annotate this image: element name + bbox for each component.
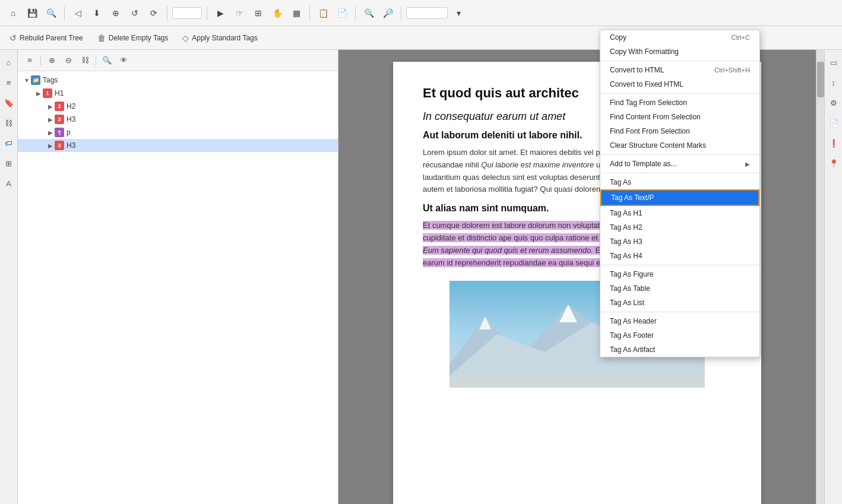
table-icon[interactable]: ▦ [288,5,305,21]
forward-icon[interactable]: ⊕ [107,5,124,21]
menu-item-copy-formatting[interactable]: Copy With Formatting [600,45,759,59]
p1-italic: Qui laborie est maxime inventore [481,160,594,169]
tags-panel: ≡ ⊕ ⊖ ⛓ 🔍 👁 ▼ 📁 Tags ▶ 1 H1 [18,50,338,504]
search-tag-icon[interactable]: 🔍 [100,53,114,68]
menu-item-tag-as-footer[interactable]: Tag As Footer [600,328,759,343]
menu-separator-6 [600,312,759,312]
menu-find-font-label: Find Font From Selection [610,127,690,135]
tag-item-h1[interactable]: ▶ 1 H1 [18,87,338,100]
scrollbar-track[interactable] [816,50,824,504]
right-nav-icon-4[interactable]: 📄 [826,115,841,131]
right-nav-icon-3[interactable]: ⚙ [826,95,841,110]
menu-item-tag-as-header[interactable]: Tag As Header [600,314,759,328]
zoom-level[interactable]: 102.21 [406,7,448,19]
apply-icon: ◇ [182,33,189,43]
right-nav-icon-1[interactable]: ▭ [826,55,841,70]
menu-convert-html-shortcut: Ctrl+Shift+H [714,66,750,74]
panel-divider2 [96,55,96,66]
grid-icon[interactable]: ⊞ [250,5,267,21]
eye-icon[interactable]: 👁 [116,53,131,68]
menu-item-tag-as-table[interactable]: Tag As Table [600,281,759,296]
pdf-doc-icon[interactable]: 📄 [334,5,350,21]
rebuild-icon: ↺ [10,33,17,43]
arrow-right-icon[interactable]: ▶ [212,5,229,21]
menu-item-add-template[interactable]: Add to Template as... ▶ [600,157,759,171]
panel-menu-icon[interactable]: ≡ [23,53,37,68]
divider [207,6,207,20]
menu-item-find-tag[interactable]: Find Tag From Selection [600,96,759,110]
scrollbar-thumb[interactable] [817,62,824,97]
menu-item-find-font[interactable]: Find Font From Selection [600,124,759,138]
menu-item-convert-html[interactable]: Convert to HTML Ctrl+Shift+H [600,63,759,77]
tags-root-label: Tags [43,76,58,84]
menu-copy-shortcut: Ctrl+C [732,34,750,41]
remove-tag-icon[interactable]: ⊖ [61,53,75,68]
link-tag-icon[interactable]: ⛓ [78,53,92,68]
menu-tag-h2-label: Tag As H2 [610,223,642,232]
zoom-dropdown-icon[interactable]: ▾ [450,5,467,21]
menu-item-tag-as-h3[interactable]: Tag As H3 [600,234,759,249]
menu-clear-marks-label: Clear Structure Content Marks [610,141,706,150]
tag-doc-icon[interactable]: 📋 [315,5,331,21]
left-nav: ⌂ ≡ 🔖 ⛓ 🏷 ⊞ A [0,50,18,504]
svg-rect-6 [450,376,705,388]
tree-arrow-p: ▶ [46,129,55,136]
tag-item-h3-1[interactable]: ▶ 3 H3 [18,113,338,126]
right-nav-icon-6[interactable]: 📍 [826,156,841,171]
menu-item-tag-as-h2[interactable]: Tag As H2 [600,220,759,234]
zoom-in-icon[interactable]: 🔎 [379,5,396,21]
tree-arrow-h3-1: ▶ [46,116,55,123]
add-tag-icon[interactable]: ⊕ [45,53,59,68]
menu-convert-html-label: Convert to HTML [610,66,664,74]
tag-badge-h3-1: 3 [55,115,64,124]
tag-nav-icon[interactable]: 🏷 [1,135,17,151]
tag-item-p[interactable]: ▶ ¶ p [18,126,338,139]
menu-tag-artifact-label: Tag As Artifact [610,345,655,354]
menu-item-find-content[interactable]: Find Content From Selection [600,110,759,124]
menu-convert-fixed-label: Convert to Fixed HTML [610,80,683,88]
layers-nav-icon[interactable]: ≡ [1,75,17,90]
delete-empty-tags-button[interactable]: 🗑 Delete Empty Tags [93,31,173,45]
rebuild-parent-tree-button[interactable]: ↺ Rebuild Parent Tree [5,31,88,45]
menu-tag-figure-label: Tag As Figure [610,270,653,278]
right-sidebar: ▭ ↕ ⚙ 📄 ❗ 📍 [824,50,842,504]
menu-copy-label: Copy [610,33,626,42]
font-nav-icon[interactable]: A [1,176,17,191]
zoom-out-icon[interactable]: 🔍 [360,5,377,21]
back-icon[interactable]: ◁ [69,5,86,21]
menu-item-tag-as-figure[interactable]: Tag As Figure [600,267,759,281]
menu-item-tag-as-list[interactable]: Tag As List [600,296,759,310]
menu-item-tag-as-h1[interactable]: Tag As H1 [600,206,759,220]
menu-item-copy[interactable]: Copy Ctrl+C [600,30,759,45]
menu-add-template-label: Add to Template as... [610,160,677,168]
home-icon[interactable]: ⌂ [5,5,21,21]
refresh-icon[interactable]: ↺ [126,5,143,21]
touch-icon[interactable]: ☞ [231,5,248,21]
download-icon[interactable]: ⬇ [88,5,105,21]
apply-standard-tags-button[interactable]: ◇ Apply Standard Tags [178,31,262,45]
menu-item-tag-as-h4[interactable]: Tag As H4 [600,249,759,263]
tag-badge-h2: 2 [55,102,64,111]
save-icon[interactable]: 💾 [24,5,40,21]
page-indicator[interactable]: 1 / 2 [172,7,202,19]
hand-icon[interactable]: ✋ [269,5,286,21]
grid-nav-icon[interactable]: ⊞ [1,156,17,171]
search-icon[interactable]: 🔍 [43,5,59,21]
tag-item-h2[interactable]: ▶ 2 H2 [18,100,338,113]
tags-root[interactable]: ▼ 📁 Tags [18,74,338,87]
menu-item-tag-as-text-p[interactable]: Tag As Text/P [600,189,759,206]
link-nav-icon[interactable]: ⛓ [1,115,17,131]
undo-icon[interactable]: ⟳ [145,5,162,21]
tags-tree: ▼ 📁 Tags ▶ 1 H1 ▶ 2 H2 [18,71,338,504]
menu-item-tag-as[interactable]: Tag As [600,175,759,189]
tree-arrow-h2: ▶ [46,103,55,110]
menu-item-tag-as-artifact[interactable]: Tag As Artifact [600,343,759,357]
tag-item-h3-2[interactable]: ▶ 3 H3 [18,139,338,152]
main-layout: ⌂ ≡ 🔖 ⛓ 🏷 ⊞ A ≡ ⊕ ⊖ ⛓ 🔍 👁 ▼ 📁 Tags [0,50,842,504]
right-nav-icon-5[interactable]: ❗ [826,135,841,151]
bookmark-nav-icon[interactable]: 🔖 [1,95,17,110]
right-nav-icon-2[interactable]: ↕ [826,75,841,90]
menu-item-clear-marks[interactable]: Clear Structure Content Marks [600,138,759,153]
home-nav-icon[interactable]: ⌂ [1,55,17,70]
menu-item-convert-fixed[interactable]: Convert to Fixed HTML [600,77,759,91]
